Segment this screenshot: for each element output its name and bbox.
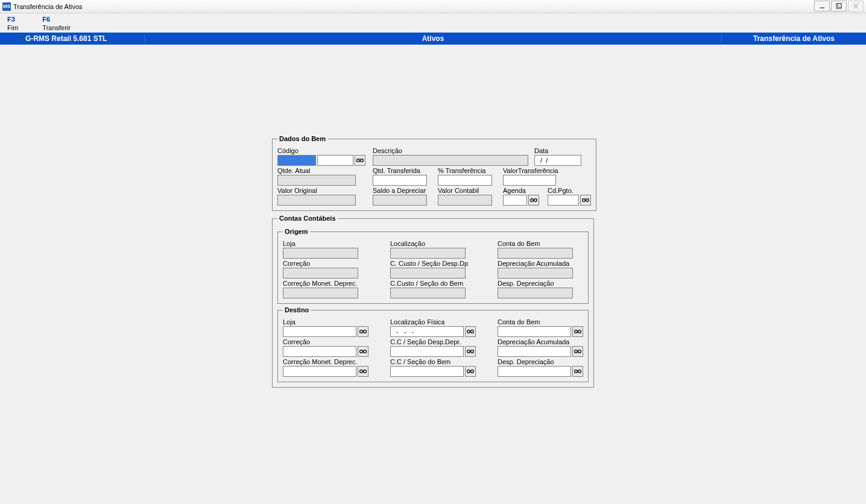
svg-point-11 <box>583 199 586 202</box>
orig-correcao-label: Correção <box>283 260 385 267</box>
svg-point-21 <box>578 330 581 333</box>
form-container: Dados do Bem Código Descrição Data <box>272 135 593 391</box>
header-product: G-RMS Retail 5.681 STL <box>0 34 145 43</box>
orig-ccusto-bem-field <box>390 288 466 298</box>
svg-point-27 <box>471 350 474 353</box>
svg-point-20 <box>575 330 578 333</box>
agenda-label: Agenda <box>503 187 543 194</box>
svg-point-36 <box>471 370 474 373</box>
dest-localizacao-input[interactable] <box>390 326 464 337</box>
valor-original-label: Valor Original <box>277 187 368 194</box>
descricao-label: Descrição <box>373 147 529 154</box>
menubar: F3 Fim F6 Transferir <box>0 13 866 33</box>
data-label: Data <box>534 147 583 154</box>
svg-rect-1 <box>836 4 841 8</box>
svg-point-39 <box>578 370 581 373</box>
dest-loja-label: Loja <box>283 318 385 326</box>
minimize-button[interactable] <box>814 1 830 11</box>
svg-point-6 <box>361 159 364 162</box>
dest-corr-monet-lookup-button[interactable] <box>358 366 368 377</box>
codigo-input-2[interactable] <box>317 155 353 166</box>
svg-point-30 <box>578 350 581 353</box>
svg-point-29 <box>575 350 578 353</box>
dest-desp-deprec-label: Desp. Depreciação <box>498 358 583 365</box>
orig-loja-label: Loja <box>283 240 385 247</box>
dest-corr-monet-label: Correção Monet. Deprec. <box>283 358 385 365</box>
svg-point-38 <box>575 370 578 373</box>
dest-ccusto-desp-lookup-button[interactable] <box>465 346 476 357</box>
window-title: Transferência de Ativos <box>13 3 83 10</box>
orig-ccusto-desp-field <box>390 268 466 279</box>
window-controls <box>814 1 864 11</box>
orig-corr-monet-label: Correção Monet. Deprec. <box>283 280 385 287</box>
work-area: Dados do Bem Código Descrição Data <box>0 45 866 499</box>
orig-conta-bem-field <box>498 248 573 259</box>
svg-point-24 <box>364 350 367 353</box>
svg-point-15 <box>364 330 367 333</box>
dest-ccusto-bem-lookup-button[interactable] <box>465 366 476 377</box>
valor-contabil-label: Valor Contabil <box>438 187 498 194</box>
svg-point-14 <box>360 330 363 333</box>
codigo-lookup-button[interactable] <box>355 155 365 166</box>
pct-transferencia-label: % Transferência <box>438 167 498 174</box>
orig-ccusto-bem-label: C.Custo / Seção do Bem <box>390 280 493 287</box>
dest-ccusto-bem-label: C.C / Seção do Bem <box>390 358 493 365</box>
valor-contabil-field <box>438 195 492 206</box>
orig-corr-monet-field <box>283 288 358 298</box>
dest-deprec-acum-lookup-button[interactable] <box>572 346 583 357</box>
menu-transferir[interactable]: F6 Transferir <box>42 16 71 31</box>
agenda-lookup-button[interactable] <box>528 195 539 206</box>
legend-dados-bem: Dados do Bem <box>277 135 327 142</box>
orig-deprec-acum-field <box>498 268 573 279</box>
orig-desp-deprec-label: Desp. Depreciação <box>498 280 583 287</box>
header-screen: Transferência de Ativos <box>721 34 866 43</box>
dest-ccusto-desp-label: C.C / Seção Desp.Depr. <box>390 338 493 345</box>
dest-conta-bem-input[interactable] <box>498 326 571 337</box>
header-module: Ativos <box>145 34 721 43</box>
dest-correcao-label: Correção <box>283 338 385 345</box>
menu-transferir-label: Transferir <box>42 24 71 31</box>
agenda-input[interactable] <box>503 195 527 206</box>
maximize-button[interactable] <box>831 1 847 11</box>
qtde-atual-label: Qtde. Atual <box>277 167 368 174</box>
menu-fim[interactable]: F3 Fim <box>7 16 18 31</box>
valor-original-field <box>277 195 356 206</box>
pct-transferencia-input[interactable] <box>438 175 492 186</box>
dest-conta-bem-label: Conta do Bem <box>498 318 583 326</box>
close-button[interactable] <box>848 1 864 11</box>
dest-conta-bem-lookup-button[interactable] <box>572 326 583 337</box>
dest-loja-input[interactable] <box>283 326 356 337</box>
group-dados-bem: Dados do Bem Código Descrição Data <box>272 135 596 211</box>
header-bar: G-RMS Retail 5.681 STL Ativos Transferên… <box>0 33 866 45</box>
legend-contas-contabeis: Contas Contábeis <box>277 215 338 222</box>
cdpgto-label: Cd.Pgto. <box>548 187 591 194</box>
dest-deprec-acum-input[interactable] <box>498 346 571 357</box>
svg-point-17 <box>467 330 470 333</box>
dest-correcao-lookup-button[interactable] <box>358 346 368 357</box>
codigo-label: Código <box>277 147 368 154</box>
qtd-transferida-input[interactable] <box>373 175 427 186</box>
valor-transferencia-input[interactable] <box>503 175 556 186</box>
cdpgto-lookup-button[interactable] <box>580 195 591 206</box>
orig-localizacao-field <box>390 248 466 259</box>
dest-localizacao-label: Localização Física <box>390 318 493 326</box>
dest-desp-deprec-input[interactable] <box>498 366 571 377</box>
dest-correcao-input[interactable] <box>283 346 356 357</box>
codigo-input[interactable] <box>277 155 316 166</box>
group-origem: Origem Loja Localização Conta do Bem <box>277 228 589 304</box>
menu-fim-key: F3 <box>7 16 18 23</box>
dest-corr-monet-input[interactable] <box>283 366 356 377</box>
svg-point-35 <box>467 370 470 373</box>
dest-ccusto-desp-input[interactable] <box>390 346 464 357</box>
orig-desp-deprec-field <box>498 288 573 298</box>
data-input[interactable] <box>534 155 581 166</box>
cdpgto-input[interactable] <box>548 195 579 206</box>
dest-desp-deprec-lookup-button[interactable] <box>572 366 583 377</box>
dest-localizacao-lookup-button[interactable] <box>465 326 476 337</box>
orig-ccusto-desp-label: C. Custo / Seção Desp.Dp <box>390 260 493 267</box>
dest-ccusto-bem-input[interactable] <box>390 366 464 377</box>
app-icon: MS <box>2 2 11 11</box>
svg-point-23 <box>360 350 363 353</box>
menu-fim-label: Fim <box>7 24 18 31</box>
dest-loja-lookup-button[interactable] <box>358 326 368 337</box>
